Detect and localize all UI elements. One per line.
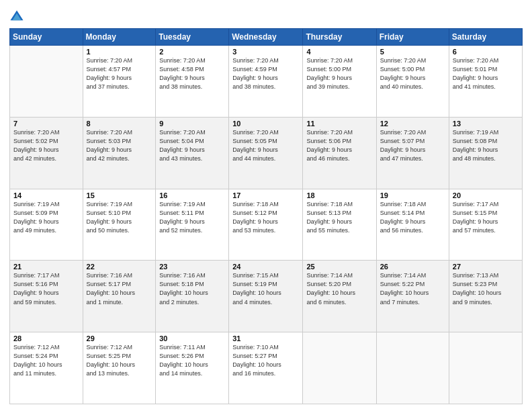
calendar-day-cell: 23Sunrise: 7:16 AMSunset: 5:18 PMDayligh… xyxy=(156,261,229,332)
calendar-day-cell: 15Sunrise: 7:19 AMSunset: 5:10 PMDayligh… xyxy=(83,189,156,261)
day-number: 11 xyxy=(306,120,372,128)
calendar-day-cell: 30Sunrise: 7:11 AMSunset: 5:26 PMDayligh… xyxy=(156,332,229,404)
day-info: Sunrise: 7:19 AMSunset: 5:09 PMDaylight:… xyxy=(13,200,79,235)
calendar-day-cell: 28Sunrise: 7:12 AMSunset: 5:24 PMDayligh… xyxy=(10,332,83,404)
calendar-day-cell: 25Sunrise: 7:14 AMSunset: 5:20 PMDayligh… xyxy=(303,261,376,332)
day-number: 9 xyxy=(159,120,225,128)
day-number: 17 xyxy=(232,191,299,199)
calendar-day-cell: 11Sunrise: 7:20 AMSunset: 5:06 PMDayligh… xyxy=(303,117,376,189)
day-info: Sunrise: 7:19 AMSunset: 5:11 PMDaylight:… xyxy=(159,200,225,235)
day-info: Sunrise: 7:20 AMSunset: 4:57 PMDaylight:… xyxy=(87,56,152,91)
column-header-thursday: Thursday xyxy=(303,29,376,46)
day-number: 20 xyxy=(453,191,519,199)
day-number: 10 xyxy=(232,120,299,128)
calendar-week-row: 1Sunrise: 7:20 AMSunset: 4:57 PMDaylight… xyxy=(10,46,523,118)
calendar-day-cell: 2Sunrise: 7:20 AMSunset: 4:58 PMDaylight… xyxy=(156,46,229,118)
day-info: Sunrise: 7:17 AMSunset: 5:15 PMDaylight:… xyxy=(453,200,519,235)
day-number: 15 xyxy=(87,191,152,199)
day-number: 29 xyxy=(87,334,152,342)
calendar-day-cell: 20Sunrise: 7:17 AMSunset: 5:15 PMDayligh… xyxy=(449,189,522,261)
logo xyxy=(9,9,27,24)
calendar-day-cell: 8Sunrise: 7:20 AMSunset: 5:03 PMDaylight… xyxy=(83,117,156,189)
day-info: Sunrise: 7:20 AMSunset: 4:59 PMDaylight:… xyxy=(232,56,299,91)
day-number: 23 xyxy=(159,263,225,271)
day-info: Sunrise: 7:20 AMSunset: 5:04 PMDaylight:… xyxy=(159,128,225,163)
day-number: 6 xyxy=(453,48,519,56)
calendar-table: SundayMondayTuesdayWednesdayThursdayFrid… xyxy=(9,28,523,404)
day-number: 12 xyxy=(380,120,445,128)
day-number: 18 xyxy=(306,191,372,199)
day-info: Sunrise: 7:12 AMSunset: 5:24 PMDaylight:… xyxy=(13,343,79,378)
calendar-day-cell: 31Sunrise: 7:10 AMSunset: 5:27 PMDayligh… xyxy=(229,332,303,404)
calendar-week-row: 21Sunrise: 7:17 AMSunset: 5:16 PMDayligh… xyxy=(10,261,523,332)
column-header-tuesday: Tuesday xyxy=(156,29,229,46)
day-number: 27 xyxy=(453,263,519,271)
day-number: 21 xyxy=(13,263,79,271)
calendar-day-cell: 26Sunrise: 7:14 AMSunset: 5:22 PMDayligh… xyxy=(376,261,449,332)
day-number: 26 xyxy=(380,263,445,271)
calendar-day-cell: 7Sunrise: 7:20 AMSunset: 5:02 PMDaylight… xyxy=(10,117,83,189)
day-number: 16 xyxy=(159,191,225,199)
day-number: 28 xyxy=(13,334,79,342)
calendar-day-cell: 5Sunrise: 7:20 AMSunset: 5:00 PMDaylight… xyxy=(376,46,449,118)
calendar-day-cell: 22Sunrise: 7:16 AMSunset: 5:17 PMDayligh… xyxy=(83,261,156,332)
calendar-day-cell xyxy=(10,46,83,118)
day-info: Sunrise: 7:18 AMSunset: 5:12 PMDaylight:… xyxy=(232,200,299,235)
calendar-day-cell: 4Sunrise: 7:20 AMSunset: 5:00 PMDaylight… xyxy=(303,46,376,118)
day-info: Sunrise: 7:20 AMSunset: 5:00 PMDaylight:… xyxy=(380,56,445,91)
calendar-day-cell: 3Sunrise: 7:20 AMSunset: 4:59 PMDaylight… xyxy=(229,46,303,118)
day-info: Sunrise: 7:18 AMSunset: 5:14 PMDaylight:… xyxy=(380,200,445,235)
day-number: 3 xyxy=(232,48,299,56)
day-info: Sunrise: 7:11 AMSunset: 5:26 PMDaylight:… xyxy=(159,343,225,378)
calendar-day-cell: 9Sunrise: 7:20 AMSunset: 5:04 PMDaylight… xyxy=(156,117,229,189)
logo-icon xyxy=(9,9,24,24)
calendar-day-cell xyxy=(303,332,376,404)
calendar-day-cell xyxy=(376,332,449,404)
day-info: Sunrise: 7:20 AMSunset: 5:05 PMDaylight:… xyxy=(232,128,299,163)
day-info: Sunrise: 7:17 AMSunset: 5:16 PMDaylight:… xyxy=(13,271,79,306)
day-number: 8 xyxy=(87,120,152,128)
day-number: 24 xyxy=(232,263,299,271)
day-info: Sunrise: 7:14 AMSunset: 5:20 PMDaylight:… xyxy=(306,271,372,306)
day-info: Sunrise: 7:10 AMSunset: 5:27 PMDaylight:… xyxy=(232,343,299,378)
day-number: 14 xyxy=(13,191,79,199)
day-number: 19 xyxy=(380,191,445,199)
day-info: Sunrise: 7:20 AMSunset: 5:01 PMDaylight:… xyxy=(453,56,519,91)
day-number: 7 xyxy=(13,120,79,128)
calendar-week-row: 7Sunrise: 7:20 AMSunset: 5:02 PMDaylight… xyxy=(10,117,523,189)
day-info: Sunrise: 7:15 AMSunset: 5:19 PMDaylight:… xyxy=(232,271,299,306)
day-number: 22 xyxy=(87,263,152,271)
calendar-day-cell: 16Sunrise: 7:19 AMSunset: 5:11 PMDayligh… xyxy=(156,189,229,261)
day-info: Sunrise: 7:20 AMSunset: 5:00 PMDaylight:… xyxy=(306,56,372,91)
day-info: Sunrise: 7:20 AMSunset: 5:06 PMDaylight:… xyxy=(306,128,372,163)
calendar-header-row: SundayMondayTuesdayWednesdayThursdayFrid… xyxy=(10,29,523,46)
day-info: Sunrise: 7:13 AMSunset: 5:23 PMDaylight:… xyxy=(453,271,519,306)
column-header-friday: Friday xyxy=(376,29,449,46)
day-info: Sunrise: 7:20 AMSunset: 4:58 PMDaylight:… xyxy=(159,56,225,91)
calendar-day-cell: 10Sunrise: 7:20 AMSunset: 5:05 PMDayligh… xyxy=(229,117,303,189)
calendar-day-cell: 14Sunrise: 7:19 AMSunset: 5:09 PMDayligh… xyxy=(10,189,83,261)
calendar-day-cell: 6Sunrise: 7:20 AMSunset: 5:01 PMDaylight… xyxy=(449,46,522,118)
day-info: Sunrise: 7:20 AMSunset: 5:02 PMDaylight:… xyxy=(13,128,79,163)
calendar-day-cell: 21Sunrise: 7:17 AMSunset: 5:16 PMDayligh… xyxy=(10,261,83,332)
day-number: 13 xyxy=(453,120,519,128)
day-number: 2 xyxy=(159,48,225,56)
day-info: Sunrise: 7:12 AMSunset: 5:25 PMDaylight:… xyxy=(87,343,152,378)
calendar-day-cell: 18Sunrise: 7:18 AMSunset: 5:13 PMDayligh… xyxy=(303,189,376,261)
calendar-week-row: 28Sunrise: 7:12 AMSunset: 5:24 PMDayligh… xyxy=(10,332,523,404)
column-header-saturday: Saturday xyxy=(449,29,522,46)
calendar-day-cell: 24Sunrise: 7:15 AMSunset: 5:19 PMDayligh… xyxy=(229,261,303,332)
day-number: 30 xyxy=(159,334,225,342)
day-number: 25 xyxy=(306,263,372,271)
day-number: 31 xyxy=(232,334,299,342)
calendar-day-cell xyxy=(449,332,522,404)
calendar-day-cell: 17Sunrise: 7:18 AMSunset: 5:12 PMDayligh… xyxy=(229,189,303,261)
calendar-day-cell: 29Sunrise: 7:12 AMSunset: 5:25 PMDayligh… xyxy=(83,332,156,404)
day-info: Sunrise: 7:18 AMSunset: 5:13 PMDaylight:… xyxy=(306,200,372,235)
calendar-day-cell: 1Sunrise: 7:20 AMSunset: 4:57 PMDaylight… xyxy=(83,46,156,118)
calendar-day-cell: 13Sunrise: 7:19 AMSunset: 5:08 PMDayligh… xyxy=(449,117,522,189)
column-header-sunday: Sunday xyxy=(10,29,83,46)
day-info: Sunrise: 7:16 AMSunset: 5:17 PMDaylight:… xyxy=(87,271,152,306)
calendar-day-cell: 19Sunrise: 7:18 AMSunset: 5:14 PMDayligh… xyxy=(376,189,449,261)
day-number: 4 xyxy=(306,48,372,56)
